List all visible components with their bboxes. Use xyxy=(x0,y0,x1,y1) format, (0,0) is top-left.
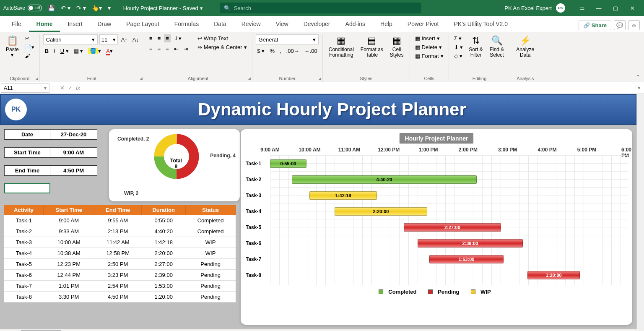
tab-help[interactable]: Help xyxy=(373,17,400,32)
tab-draw[interactable]: Draw xyxy=(90,17,119,32)
table-cell[interactable]: Completed xyxy=(186,215,236,226)
clear-icon[interactable]: ◇ ▾ xyxy=(452,52,465,60)
task-table[interactable]: ActivityStart TimeEnd TimeDurationStatus… xyxy=(4,205,236,302)
fill-color-button[interactable]: 🪣▾ xyxy=(86,47,103,55)
table-cell[interactable]: 4:40:20 xyxy=(142,226,186,237)
table-cell[interactable]: 12:58 PM xyxy=(94,248,142,259)
number-format-select[interactable]: General▾ xyxy=(256,34,319,44)
user-avatar[interactable]: PK xyxy=(556,3,565,13)
gantt-bar[interactable]: 1:53:00 xyxy=(429,255,504,263)
font-name-select[interactable]: Calibri▾ xyxy=(43,34,98,44)
format-table-button[interactable]: ▤Format as Table xyxy=(358,34,386,59)
cut-button[interactable]: ✂ xyxy=(23,34,36,42)
table-cell[interactable]: 0:55:00 xyxy=(142,215,186,226)
table-header[interactable]: Activity xyxy=(4,205,44,215)
gantt-bar[interactable]: 4:40:20 xyxy=(292,175,477,184)
table-header[interactable]: End Time xyxy=(94,205,142,215)
copy-button[interactable]: 📄▾ xyxy=(23,43,36,51)
orientation-icon[interactable]: ⤸▾ xyxy=(172,34,183,42)
table-cell[interactable]: Task-8 xyxy=(4,292,44,302)
gantt-chart[interactable]: Hourly Project Planner 9:00 AM10:00 AM11… xyxy=(241,129,632,325)
gantt-bar[interactable]: 1:42:18 xyxy=(309,191,377,200)
tab-pk-s-utility-tool-v2-0[interactable]: PK's Utility Tool V2.0 xyxy=(447,17,515,32)
align-left-icon[interactable]: ≡ xyxy=(148,45,154,53)
date-value[interactable]: 27-Dec-20 xyxy=(50,129,97,140)
table-cell[interactable]: Task-1 xyxy=(4,215,44,226)
find-select-button[interactable]: 🔍Find & Select xyxy=(487,34,507,59)
table-cell[interactable]: 10:00 AM xyxy=(44,237,94,248)
align-middle-icon[interactable]: ≡ xyxy=(156,34,163,42)
minimize-icon[interactable]: — xyxy=(590,2,607,14)
table-cell[interactable]: Task-2 xyxy=(4,226,44,237)
table-row[interactable]: Task-612:44 PM3:23 PM2:39:00Pending xyxy=(4,270,236,281)
sort-filter-button[interactable]: ⇅Sort & Filter xyxy=(466,34,485,59)
table-cell[interactable]: 1:42:18 xyxy=(142,237,186,248)
table-cell[interactable]: Pending xyxy=(186,259,236,270)
table-cell[interactable]: WIP xyxy=(186,248,236,259)
font-size-select[interactable]: 11▾ xyxy=(99,34,118,44)
table-cell[interactable]: 2:20:00 xyxy=(142,248,186,259)
decrease-indent-icon[interactable]: ⇤ xyxy=(172,45,180,53)
touch-icon[interactable]: 👆▾ xyxy=(92,5,102,11)
wrap-text-button[interactable]: ↩Wrap Text xyxy=(196,34,249,42)
redo-icon[interactable]: ↷ ▾ xyxy=(76,5,86,11)
table-cell[interactable]: Completed xyxy=(186,226,236,237)
autosave-toggle[interactable]: AutoSave Off xyxy=(3,5,42,11)
dialog-launcher-icon[interactable]: ◢ xyxy=(248,76,251,81)
end-value[interactable]: 4:50 PM xyxy=(50,165,97,176)
currency-icon[interactable]: $ ▾ xyxy=(256,47,267,55)
paste-button[interactable]: 📋Paste▾ xyxy=(3,34,21,59)
name-box[interactable]: A11▾ xyxy=(1,83,49,93)
percent-icon[interactable]: % xyxy=(268,47,276,55)
table-cell[interactable]: 2:50 PM xyxy=(94,259,142,270)
table-cell[interactable]: Pending xyxy=(186,270,236,281)
tab-home[interactable]: Home xyxy=(29,17,60,32)
table-row[interactable]: Task-71:01 PM2:54 PM1:53:00Pending xyxy=(4,281,236,292)
tab-power-pivot[interactable]: Power Pivot xyxy=(400,17,447,32)
cell-styles-button[interactable]: ▦Cell Styles xyxy=(387,34,406,59)
table-cell[interactable]: 1:01 PM xyxy=(44,281,94,292)
tab-developer[interactable]: Developer xyxy=(296,17,338,32)
table-cell[interactable]: 12:44 PM xyxy=(44,270,94,281)
table-cell[interactable]: Task-5 xyxy=(4,259,44,270)
increase-decimal-icon[interactable]: .00→ xyxy=(285,47,301,55)
table-cell[interactable]: 2:54 PM xyxy=(94,281,142,292)
decrease-decimal-icon[interactable]: ←.00 xyxy=(303,47,319,55)
table-row[interactable]: Task-310:00 AM11:42 AM1:42:18WIP xyxy=(4,237,236,248)
gantt-bar[interactable]: 1:20:00 xyxy=(527,271,580,279)
table-cell[interactable]: 9:33 AM xyxy=(44,226,94,237)
table-cell[interactable]: 3:30 PM xyxy=(44,292,94,302)
table-row[interactable]: Task-512:23 PM2:50 PM2:27:00Pending xyxy=(4,259,236,270)
table-cell[interactable]: 2:27:00 xyxy=(142,259,186,270)
active-cell[interactable] xyxy=(4,183,50,193)
vertical-scrollbar[interactable] xyxy=(636,94,644,329)
table-cell[interactable]: WIP xyxy=(186,237,236,248)
formula-input[interactable] xyxy=(84,82,634,94)
table-cell[interactable]: 4:50 PM xyxy=(94,292,142,302)
underline-button[interactable]: U ▾ xyxy=(59,47,70,55)
align-bottom-icon[interactable]: ≡ xyxy=(164,34,171,42)
table-cell[interactable]: 1:20:00 xyxy=(142,292,186,302)
comments-button[interactable]: 💬 xyxy=(614,20,626,30)
border-button[interactable]: ▦ ▾ xyxy=(72,47,85,55)
dialog-launcher-icon[interactable]: ◢ xyxy=(140,76,143,81)
table-cell[interactable]: Task-6 xyxy=(4,270,44,281)
tab-file[interactable]: File xyxy=(4,17,29,32)
cancel-formula-icon[interactable]: ✕ xyxy=(60,85,65,91)
delete-cells-button[interactable]: ▦Delete▾ xyxy=(413,43,444,51)
gantt-bar[interactable]: 0:55:00 xyxy=(270,159,306,168)
bold-button[interactable]: B xyxy=(43,47,50,55)
tab-insert[interactable]: Insert xyxy=(60,17,90,32)
start-value[interactable]: 9:00 AM xyxy=(50,147,97,158)
tab-view[interactable]: View xyxy=(268,17,296,32)
donut-chart[interactable]: Completed, 2 Pending, 4 WIP, 2 Total 8 xyxy=(109,129,240,201)
undo-icon[interactable]: ↶ ▾ xyxy=(61,5,70,11)
toggle-switch[interactable]: Off xyxy=(28,5,42,11)
font-color-button[interactable]: A▾ xyxy=(104,47,114,55)
table-cell[interactable]: 9:55 AM xyxy=(94,215,142,226)
format-cells-button[interactable]: ▦Format▾ xyxy=(413,52,445,60)
align-top-icon[interactable]: ≡ xyxy=(148,34,154,42)
fill-icon[interactable]: ⬇ ▾ xyxy=(452,43,465,51)
conditional-formatting-button[interactable]: ▦Conditional Formatting xyxy=(326,34,356,59)
gantt-bar[interactable]: 2:39:00 xyxy=(418,239,522,248)
